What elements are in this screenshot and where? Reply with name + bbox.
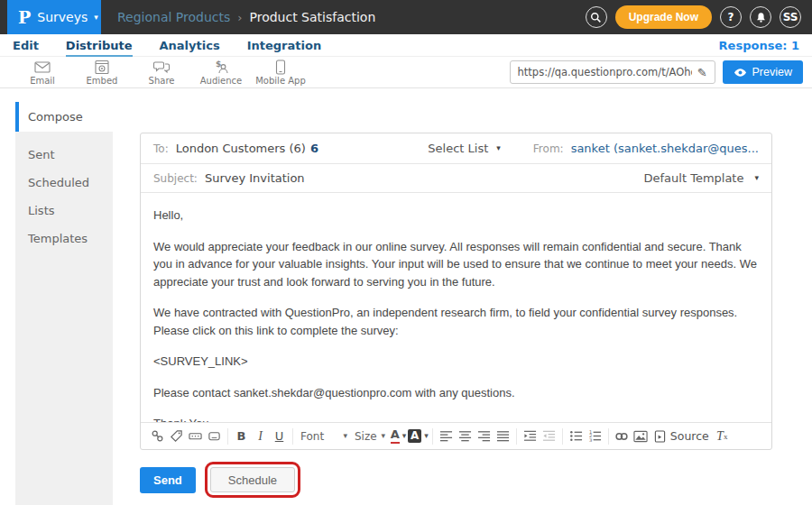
channel-share-label: Share — [149, 76, 175, 86]
edit-url-pencil-icon[interactable]: ✎ — [692, 66, 707, 79]
audience-icon: $ — [212, 60, 230, 75]
tab-integration[interactable]: Integration — [247, 39, 321, 55]
size-dropdown-label: Size — [355, 430, 377, 443]
chevron-down-icon: ▾ — [343, 432, 347, 440]
bold-button[interactable]: B — [232, 427, 251, 446]
toolbar-divider — [292, 428, 293, 445]
button-widget-icon[interactable] — [205, 427, 224, 446]
template-label: Default Template — [644, 171, 744, 185]
select-list-label: Select List — [428, 142, 488, 155]
remove-format-button[interactable]: Tx — [713, 427, 732, 446]
questionpro-logo-icon: P — [18, 7, 31, 27]
to-recipient-list[interactable]: London Customers (6) — [176, 142, 306, 155]
toolbar-divider — [516, 428, 517, 445]
body-paragraph: Hello, — [153, 207, 759, 225]
body-paragraph: Thank You — [153, 415, 759, 422]
email-composer: To: London Customers (6) 6 Select List ▾… — [140, 133, 772, 450]
channel-email-label: Email — [30, 76, 55, 86]
font-size-dropdown[interactable]: Size ▾ — [351, 427, 389, 446]
eye-icon — [734, 68, 747, 78]
toolbar-divider — [562, 428, 563, 445]
link-icon[interactable] — [148, 427, 167, 446]
channel-mobile-app[interactable]: Mobile App — [251, 60, 310, 86]
sidebar-item-scheduled[interactable]: Scheduled — [15, 169, 113, 197]
notifications-button[interactable] — [750, 6, 771, 28]
font-family-dropdown[interactable]: Font ▾ — [297, 427, 351, 446]
channel-mobile-app-label: Mobile App — [255, 76, 306, 86]
tab-distribute[interactable]: Distribute — [66, 39, 133, 57]
align-center-button[interactable] — [456, 427, 475, 446]
to-label: To: — [153, 142, 169, 155]
search-icon — [590, 12, 602, 23]
subject-label: Subject: — [153, 172, 198, 185]
distribute-channel-bar: Email Embed Share $ Audience Mobile App … — [0, 56, 812, 88]
compose-sidebar: Compose Sent Scheduled Lists Templates — [15, 102, 113, 505]
email-body-editor[interactable]: Hello, We would appreciate your feedback… — [141, 193, 771, 422]
top-header: P Surveys ▾ Regional Products › Product … — [0, 0, 812, 34]
bell-icon — [755, 12, 767, 23]
survey-link-area: https://qa.questionpro.com/t/AOhoVZfqml … — [510, 60, 803, 84]
app-menu-label: Surveys — [37, 10, 88, 24]
channel-share[interactable]: Share — [132, 60, 191, 86]
insert-link-button[interactable] — [613, 427, 632, 446]
select-list-dropdown[interactable]: Select List ▾ — [428, 142, 501, 155]
increase-indent-button[interactable] — [521, 427, 540, 446]
text-color-button[interactable]: A ▾ — [389, 427, 408, 446]
bulleted-list-button[interactable] — [567, 427, 586, 446]
toolbar-divider — [227, 428, 228, 445]
sidebar-item-templates[interactable]: Templates — [15, 225, 113, 252]
italic-button[interactable]: I — [251, 427, 270, 446]
subject-field[interactable]: Survey Invitation — [205, 171, 305, 185]
preview-button[interactable]: Preview — [723, 60, 803, 84]
numbered-list-button[interactable]: 123 — [586, 427, 604, 446]
schedule-button[interactable]: Schedule — [210, 467, 295, 492]
preview-label: Preview — [752, 66, 792, 78]
input-field-icon[interactable] — [186, 427, 205, 446]
help-button[interactable]: ? — [720, 6, 742, 28]
justify-button[interactable] — [494, 427, 512, 446]
toolbar-divider — [432, 428, 433, 445]
surveys-app-menu[interactable]: P Surveys ▾ — [7, 0, 101, 34]
from-label: From: — [533, 142, 564, 155]
channel-embed-label: Embed — [87, 76, 118, 86]
svg-text:3: 3 — [589, 437, 592, 443]
decrease-indent-button[interactable] — [540, 427, 558, 446]
chevron-down-icon: ▾ — [496, 144, 501, 152]
text-color-a-icon: A — [391, 428, 400, 443]
survey-subnav: Edit Distribute Analytics Integration Re… — [0, 34, 812, 56]
upgrade-now-button[interactable]: Upgrade Now — [615, 5, 712, 29]
embed-icon — [94, 60, 110, 75]
channel-audience[interactable]: $ Audience — [191, 60, 251, 86]
sidebar-item-lists[interactable]: Lists — [15, 197, 113, 225]
background-color-button[interactable]: A ▾ — [408, 427, 429, 446]
sidebar-item-sent[interactable]: Sent — [15, 141, 113, 169]
breadcrumb-current: Product Satisfaction — [250, 10, 376, 24]
align-left-button[interactable] — [437, 427, 456, 446]
channel-email[interactable]: Email — [13, 60, 72, 86]
tag-icon[interactable] — [167, 427, 186, 446]
user-avatar[interactable]: SS — [780, 6, 801, 28]
tab-analytics[interactable]: Analytics — [160, 39, 220, 55]
insert-image-button[interactable] — [632, 427, 651, 446]
sidebar-item-compose[interactable]: Compose — [15, 102, 113, 132]
response-count[interactable]: Response: 1 — [719, 39, 799, 52]
search-button[interactable] — [586, 6, 607, 28]
template-dropdown[interactable]: Default Template ▾ — [644, 171, 759, 185]
font-dropdown-label: Font — [300, 430, 324, 443]
breadcrumb-parent-link[interactable]: Regional Products — [117, 10, 230, 24]
underline-button[interactable]: U — [270, 427, 289, 446]
chevron-down-icon: ▾ — [381, 432, 385, 440]
annotation-highlight-ring: Schedule — [205, 462, 300, 498]
from-sender[interactable]: sanket (sanket.shekdar@ques... — [571, 142, 759, 155]
recipients-row: To: London Customers (6) 6 Select List ▾… — [141, 133, 771, 164]
tab-edit[interactable]: Edit — [13, 39, 39, 55]
channel-embed[interactable]: Embed — [72, 60, 132, 86]
send-button[interactable]: Send — [140, 467, 196, 493]
toolbar-divider — [608, 428, 609, 445]
survey-url-field[interactable]: https://qa.questionpro.com/t/AOhoVZfqml … — [510, 60, 715, 84]
channel-audience-label: Audience — [200, 76, 242, 86]
align-right-button[interactable] — [475, 427, 494, 446]
svg-text:$: $ — [216, 60, 221, 69]
source-button[interactable]: Source — [651, 427, 713, 446]
chevron-down-icon: ▾ — [402, 432, 407, 440]
